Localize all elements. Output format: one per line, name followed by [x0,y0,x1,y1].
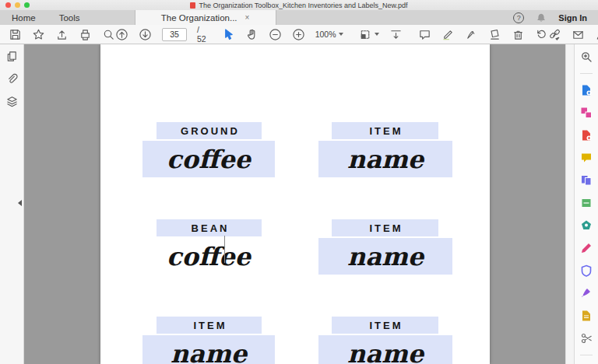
zoom-out-icon[interactable] [269,28,282,41]
window-titlebar: The Organization Toolbox_Kitchen Invento… [0,0,598,10]
tabbar-right-controls: ? Sign In [513,10,598,25]
tab-document[interactable]: The Organization... × [135,10,276,25]
layers-icon[interactable] [5,95,19,108]
export-pdf-tool-icon[interactable] [580,84,593,96]
combine-files-tool-icon[interactable] [580,107,593,119]
text-cursor [224,236,225,263]
page-display-caret-icon [375,33,379,36]
undo-icon[interactable] [535,28,548,41]
stamp-icon[interactable] [488,28,501,41]
comment-icon[interactable] [418,28,431,41]
attachments-paperclip-icon[interactable] [5,72,19,86]
tools-panel-bar [574,44,598,364]
prepare-form-tool-icon[interactable] [580,310,593,322]
notifications-bell-icon[interactable] [536,12,547,23]
document-viewport: GROUND coffee ITEM name BEAN coffee ITEM… [24,44,565,364]
page-thumbnails-icon[interactable] [5,50,19,63]
vertical-scrollbar[interactable] [565,44,574,364]
email-icon[interactable] [572,28,585,41]
acrobat-window: The Organization Toolbox_Kitchen Invento… [0,0,598,364]
hand-pan-icon[interactable] [245,28,259,41]
label-name-field[interactable]: coffee [142,141,275,177]
tab-bar: Home Tools The Organization... × ? Sign … [0,10,598,25]
tab-tools[interactable]: Tools [47,10,92,25]
fill-sign-tool-icon[interactable] [580,242,593,254]
action-wizard-tool-icon[interactable] [580,219,593,232]
share-upload-icon[interactable] [55,28,69,41]
find-search-icon[interactable] [102,28,115,41]
tab-home[interactable]: Home [0,10,47,25]
previous-page-icon[interactable] [115,28,128,41]
certificates-tool-icon[interactable] [580,287,593,299]
share-with-people-icon[interactable] [595,28,598,41]
label-name-field[interactable]: name [142,335,275,364]
label-name-field[interactable]: name [318,335,452,364]
star-bookmark-icon[interactable] [32,28,45,41]
zoom-level-value: 100% [315,30,336,39]
page-number-input[interactable]: 35 [162,28,187,41]
sign-in-button[interactable]: Sign In [558,13,587,23]
search-tools-icon[interactable] [580,51,593,63]
pdf-page[interactable]: GROUND coffee ITEM name BEAN coffee ITEM… [100,44,490,364]
protect-tool-icon[interactable] [580,264,593,277]
zoom-in-icon[interactable] [292,28,305,41]
organize-pages-tool-icon[interactable] [580,174,593,187]
label-header-field[interactable]: ITEM [332,219,438,236]
window-title-area: The Organization Toolbox_Kitchen Invento… [0,0,598,10]
share-link-icon[interactable] [548,28,561,41]
save-icon[interactable] [9,28,22,41]
label-header-field[interactable]: BEAN [157,219,262,236]
label-name-field[interactable]: name [318,238,452,275]
page-total-label: / 52 [197,25,206,44]
label-header-field[interactable]: GROUND [157,122,262,139]
label-header-field[interactable]: ITEM [332,317,438,334]
label-header-field[interactable]: ITEM [157,317,262,334]
label-name-field-editing[interactable]: coffee [142,238,275,275]
zoom-level-dropdown[interactable]: 100% [315,30,343,39]
comment-tool-icon[interactable] [580,152,593,164]
close-window-button[interactable] [5,2,11,8]
sign-pen-icon[interactable] [465,28,478,41]
label-header-field[interactable]: ITEM [332,122,438,139]
create-pdf-tool-icon[interactable] [580,129,593,142]
next-page-icon[interactable] [139,28,152,41]
delete-trash-icon[interactable] [512,28,525,41]
select-cursor-icon[interactable] [222,28,235,41]
content-area: GROUND coffee ITEM name BEAN coffee ITEM… [0,44,598,364]
more-tools-icon[interactable] [580,332,593,345]
minimize-window-button[interactable] [15,2,20,8]
main-toolbar: 35 / 52 100% [0,25,598,44]
zoom-dropdown-caret-icon [339,33,343,36]
pdf-file-icon [190,2,195,9]
highlight-pencil-icon[interactable] [441,28,455,41]
left-panel-collapse-arrow-icon[interactable] [18,200,22,206]
fullscreen-window-button[interactable] [24,2,30,8]
help-icon[interactable]: ? [513,12,524,23]
window-title: The Organization Toolbox_Kitchen Invento… [199,2,407,9]
tab-close-icon[interactable]: × [245,13,250,22]
label-name-field[interactable]: name [318,141,452,177]
scan-ocr-tool-icon[interactable] [580,197,593,209]
tab-document-label: The Organization... [161,13,237,23]
page-display-dropdown[interactable] [359,28,379,41]
print-icon[interactable] [79,28,92,41]
page-display-icon [359,28,372,41]
fit-width-icon[interactable] [389,28,403,41]
